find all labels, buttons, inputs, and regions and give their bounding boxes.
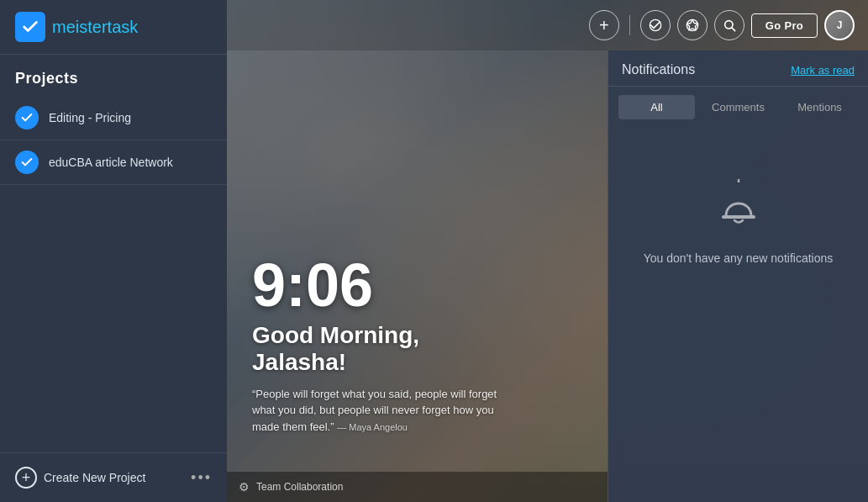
sidebar-header: meistertask	[0, 0, 227, 55]
check-button[interactable]	[640, 10, 671, 40]
greeting-name: Jalasha!	[252, 349, 346, 375]
add-button[interactable]: +	[589, 10, 619, 40]
logo-meister: meister	[52, 18, 108, 36]
logo-icon	[15, 12, 45, 42]
greeting-text: Good Morning, Jalasha!	[252, 322, 504, 376]
project-check-icon-2	[15, 151, 39, 174]
main-content: + Go Pro J 9:06 Good Mor	[227, 0, 868, 502]
topbar-divider-1	[629, 15, 630, 35]
avatar-initials: J	[837, 19, 843, 31]
project-check-icon	[15, 106, 39, 129]
sidebar-item-educba[interactable]: eduCBA article Network	[0, 140, 227, 185]
quote-author: — Maya Angelou	[337, 422, 408, 432]
logo-text: meistertask	[52, 18, 138, 37]
go-pro-button[interactable]: Go Pro	[751, 13, 818, 38]
notifications-empty-state: You don't have any new notifications	[608, 128, 868, 318]
center-content: 9:06 Good Morning, Jalasha! “People will…	[252, 255, 504, 436]
search-button[interactable]	[714, 10, 744, 40]
tab-comments[interactable]: Comments	[700, 95, 776, 119]
quote-text: “People will forget what you said, peopl…	[252, 386, 504, 436]
tab-all[interactable]: All	[618, 95, 695, 119]
create-plus-icon: +	[15, 467, 37, 489]
sidebar: meistertask Projects Editing - Pricing e…	[0, 0, 227, 502]
star-button[interactable]	[677, 10, 708, 40]
svg-rect-5	[722, 215, 755, 219]
project-name-educba: eduCBA article Network	[49, 156, 173, 169]
projects-heading: Projects	[0, 55, 227, 96]
tab-mentions[interactable]: Mentions	[781, 95, 858, 119]
notifications-empty-text: You don't have any new notifications	[644, 250, 834, 267]
notifications-title: Notifications	[622, 62, 695, 77]
create-project-button[interactable]: + Create New Project	[15, 467, 145, 489]
notifications-panel: Notifications Mark as read All Comments …	[608, 50, 868, 502]
time-display: 9:06	[252, 255, 504, 315]
user-avatar[interactable]: J	[824, 10, 855, 40]
project-name-editing: Editing - Pricing	[49, 111, 131, 124]
logo-task: task	[108, 18, 139, 36]
mark-as-read-button[interactable]: Mark as read	[791, 64, 855, 77]
bell-icon	[713, 178, 764, 236]
sidebar-item-editing-pricing[interactable]: Editing - Pricing	[0, 96, 227, 140]
notifications-header: Notifications Mark as read	[608, 50, 868, 87]
notifications-tabs: All Comments Mentions	[608, 87, 868, 128]
create-project-label: Create New Project	[44, 471, 145, 484]
more-options-button[interactable]: •••	[191, 469, 212, 487]
gear-icon: ⚙	[239, 480, 250, 494]
topbar: + Go Pro J	[227, 0, 868, 50]
greeting-label: Good Morning,	[252, 322, 419, 348]
svg-line-4	[732, 28, 735, 31]
bottom-label: Team Collaboration	[256, 481, 343, 493]
sidebar-footer: + Create New Project •••	[0, 452, 227, 502]
